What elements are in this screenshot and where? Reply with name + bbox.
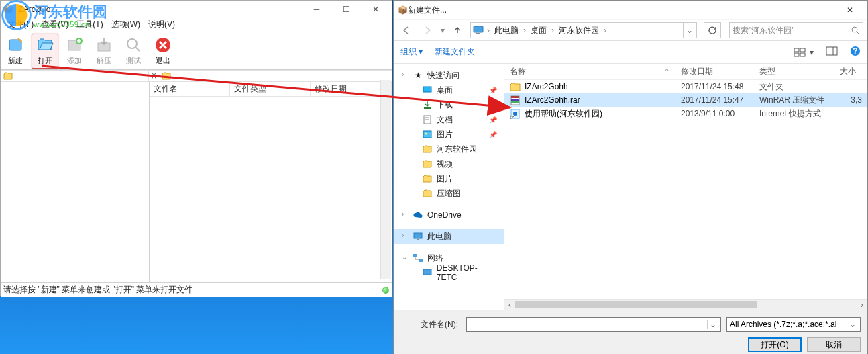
svg-rect-10 — [476, 33, 480, 34]
header-size[interactable]: 大小 — [834, 64, 867, 79]
breadcrumb[interactable]: › 此电脑 › 桌面 › 河东软件园 › ⌄ — [470, 22, 697, 38]
chevron-right-icon[interactable]: › — [522, 26, 527, 35]
test-label: 测试 — [126, 56, 141, 66]
refresh-button[interactable] — [704, 22, 721, 38]
svg-rect-21 — [424, 107, 431, 109]
help-icon: ? — [850, 46, 861, 56]
open-confirm-button[interactable]: 打开(O) — [748, 337, 802, 352]
izarc-location-bar: X — [1, 70, 392, 82]
history-dropdown[interactable]: ▾ — [441, 26, 445, 35]
organize-menu[interactable]: 组织 ▾ — [400, 46, 423, 58]
svg-point-37 — [513, 112, 517, 116]
chevron-right-icon[interactable]: › — [486, 26, 491, 35]
svg-rect-12 — [794, 48, 799, 52]
dialog-file-list[interactable]: IZArc2Gohh 2017/11/24 15:48 文件夹 IZArc2Go… — [504, 80, 867, 299]
close-button[interactable]: ✕ — [362, 2, 389, 17]
new-button[interactable]: 新建 — [2, 34, 29, 69]
minimize-button[interactable]: ─ — [303, 2, 330, 17]
help-button[interactable]: ? — [850, 46, 861, 58]
exit-button[interactable]: 退出 — [150, 34, 176, 69]
list-item[interactable]: 使用帮助(河东软件园) 2013/9/11 0:00 Internet 快捷方式 — [504, 107, 867, 120]
sidebar-pictures-2[interactable]: 图片 — [394, 171, 504, 186]
menu-tools[interactable]: 工具(T) — [76, 19, 103, 30]
clear-path-button[interactable]: X — [148, 71, 159, 81]
sidebar-downloads[interactable]: 下载📌 — [394, 97, 504, 112]
horizontal-scrollbar[interactable]: ‹ › — [504, 299, 867, 310]
pin-icon: 📌 — [489, 131, 497, 138]
preview-pane-button[interactable] — [826, 46, 838, 58]
folder-icon — [3, 72, 13, 80]
add-button[interactable]: 添加 — [61, 34, 88, 69]
sidebar-quick-access[interactable]: ›★快速访问 — [394, 68, 504, 83]
scroll-left-icon[interactable]: ‹ — [504, 300, 515, 310]
bc-folder[interactable]: 河东软件园 — [557, 24, 601, 37]
sidebar-pictures[interactable]: 图片📌 — [394, 127, 504, 142]
menu-help[interactable]: 说明(V) — [148, 19, 175, 30]
chevron-down-icon[interactable]: ⌄ — [847, 320, 857, 329]
menu-view[interactable]: 查看(V) — [42, 19, 68, 30]
vertical-scrollbar[interactable] — [380, 80, 391, 279]
svg-rect-14 — [794, 53, 799, 56]
dialog-titlebar[interactable]: 📦 新建文件... ✕ — [394, 1, 867, 19]
chevron-down-icon[interactable]: ⌄ — [707, 320, 718, 329]
svg-point-11 — [852, 27, 857, 32]
izarc-statusbar: 请选择按 "新建" 菜单来创建或 "打开" 菜单来打开文件 — [1, 282, 392, 297]
bc-desktop[interactable]: 桌面 — [529, 24, 549, 37]
sidebar-documents[interactable]: 文档📌 — [394, 112, 504, 127]
file-name: 使用帮助(河东软件园) — [525, 108, 602, 120]
status-led-icon — [382, 287, 389, 294]
sidebar-zipimg[interactable]: 压缩图 — [394, 186, 504, 201]
search-input[interactable]: 搜索"河东软件园" — [729, 22, 863, 38]
file-name: IZArc2Gohh.rar — [525, 95, 580, 105]
back-button[interactable] — [398, 22, 415, 38]
menu-options[interactable]: 选项(W) — [111, 19, 140, 30]
file-modified: 2013/9/11 0:00 — [675, 109, 754, 118]
file-type: 文件夹 — [754, 81, 834, 93]
pane-icon — [826, 46, 838, 56]
header-modified[interactable]: 修改日期 — [675, 64, 754, 79]
sidebar-onedrive[interactable]: ›OneDrive — [394, 208, 504, 222]
izarc-file-list[interactable] — [150, 97, 392, 282]
chevron-right-icon[interactable]: › — [550, 26, 555, 35]
maximize-button[interactable]: ☐ — [333, 2, 360, 17]
dialog-navbar: ▾ › 此电脑 › 桌面 › 河东软件园 › ⌄ 搜索"河东软件园" — [394, 19, 867, 41]
filename-input[interactable]: ⌄ — [466, 317, 721, 332]
col-type[interactable]: 文件类型 — [230, 82, 311, 96]
bc-thispc[interactable]: 此电脑 — [492, 24, 521, 37]
test-button[interactable]: 测试 — [120, 34, 147, 69]
header-name[interactable]: 名称⌃ — [504, 64, 675, 79]
up-button[interactable] — [449, 22, 466, 38]
izarc-title: IZArc2Go — [16, 5, 301, 14]
col-name[interactable]: 文件名 — [150, 82, 230, 96]
breadcrumb-dropdown[interactable]: ⌄ — [683, 23, 695, 38]
chevron-right-icon[interactable]: › — [602, 26, 608, 35]
list-item[interactable]: IZArc2Gohh.rar 2017/11/24 15:47 WinRAR 压… — [504, 93, 867, 107]
view-mode-button[interactable]: ▾ — [794, 48, 814, 57]
open-icon — [36, 36, 54, 54]
sidebar-video[interactable]: 视频 — [394, 157, 504, 171]
forward-button[interactable] — [419, 22, 437, 38]
sidebar-network-node[interactable]: DESKTOP-7ETC — [394, 265, 504, 280]
svg-rect-29 — [413, 254, 417, 257]
extract-button[interactable]: 解压 — [91, 34, 117, 69]
col-modified[interactable]: 修改日期 — [311, 82, 392, 96]
sidebar-thispc[interactable]: ›此电脑 — [394, 229, 504, 244]
izarc-tree-panel — [1, 82, 150, 282]
new-folder-button[interactable]: 新建文件夹 — [435, 46, 475, 58]
menu-file[interactable]: 文件(F) — [7, 19, 34, 30]
folder-icon — [422, 188, 433, 199]
izarc-titlebar[interactable]: 📦 IZArc2Go ─ ☐ ✕ — [1, 1, 392, 17]
status-text: 请选择按 "新建" 菜单来创建或 "打开" 菜单来打开文件 — [3, 284, 382, 296]
scroll-right-icon[interactable]: › — [857, 300, 867, 310]
header-type[interactable]: 类型 — [754, 64, 834, 79]
cancel-button[interactable]: 取消 — [807, 337, 861, 352]
sidebar-desktop[interactable]: 桌面📌 — [394, 83, 504, 97]
filetype-filter[interactable]: All Archives (*.7z;*.a;*.ace;*.ai⌄ — [726, 317, 861, 332]
svg-point-26 — [425, 133, 427, 135]
scroll-thumb[interactable] — [515, 301, 757, 308]
open-button[interactable]: 打开 — [32, 34, 58, 69]
sidebar-hedong[interactable]: 河东软件园 — [394, 142, 504, 157]
list-item[interactable]: IZArc2Gohh 2017/11/24 15:48 文件夹 — [504, 80, 867, 93]
svg-rect-16 — [826, 47, 837, 55]
dialog-close-button[interactable]: ✕ — [836, 2, 863, 18]
